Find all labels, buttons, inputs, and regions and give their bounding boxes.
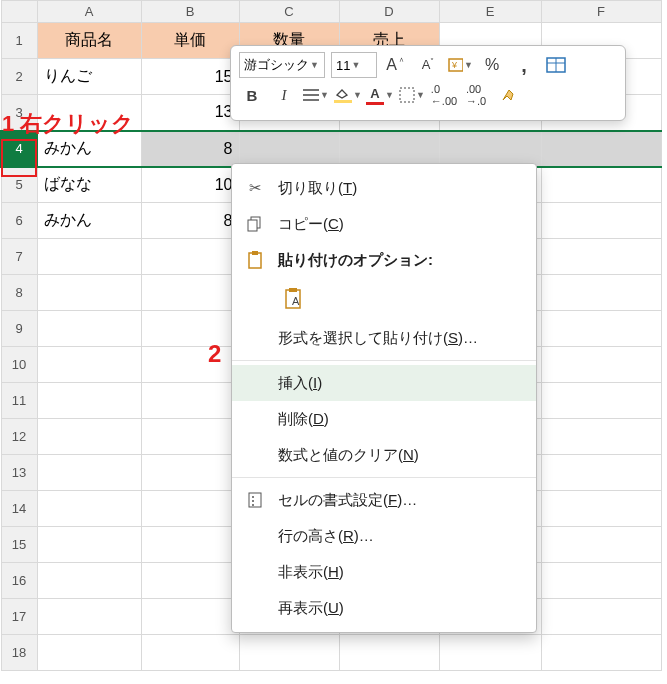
- ctx-separator: [232, 477, 536, 478]
- decrease-font-button[interactable]: A˅: [415, 52, 441, 78]
- row-header-11[interactable]: 11: [1, 383, 37, 419]
- bold-button[interactable]: B: [239, 82, 265, 108]
- row-header-1[interactable]: 1: [1, 23, 37, 59]
- comma-format-button[interactable]: ,: [511, 52, 537, 78]
- svg-rect-12: [252, 251, 258, 255]
- svg-point-17: [252, 496, 254, 498]
- clipboard-icon: [244, 249, 266, 271]
- cell-B2[interactable]: 15: [141, 59, 239, 95]
- row-header-8[interactable]: 8: [1, 275, 37, 311]
- fill-color-button[interactable]: ▼: [335, 82, 361, 108]
- svg-rect-14: [289, 288, 297, 292]
- cell-A3[interactable]: [37, 95, 141, 131]
- svg-rect-16: [249, 493, 261, 507]
- row-header-3[interactable]: 3: [1, 95, 37, 131]
- accounting-format-button[interactable]: ¥▼: [447, 52, 473, 78]
- select-all-corner[interactable]: [1, 1, 37, 23]
- increase-font-button[interactable]: A＾: [383, 52, 409, 78]
- font-size-select[interactable]: 11▼: [331, 52, 377, 78]
- currency-icon: ¥: [447, 56, 463, 74]
- row-header-18[interactable]: 18: [1, 635, 37, 671]
- mini-toolbar: 游ゴシック▼ 11▼ A＾ A˅ ¥▼ % , B I ▼ ▼ A▼ ▼ .0←…: [230, 45, 626, 121]
- ctx-delete[interactable]: 削除(D): [232, 401, 536, 437]
- cell-E4[interactable]: [439, 131, 541, 167]
- font-color-icon: A: [366, 86, 384, 105]
- border-icon: [399, 87, 415, 103]
- column-header-row: A B C D E F: [1, 1, 661, 23]
- row-header-9[interactable]: 9: [1, 311, 37, 347]
- col-header-B[interactable]: B: [141, 1, 239, 23]
- cell-B6[interactable]: 8: [141, 203, 239, 239]
- ctx-paste-special[interactable]: 形式を選択して貼り付け(S)…: [232, 320, 536, 356]
- row-header-13[interactable]: 13: [1, 455, 37, 491]
- cell-D4[interactable]: [339, 131, 439, 167]
- col-header-C[interactable]: C: [239, 1, 339, 23]
- cell-B3[interactable]: 13: [141, 95, 239, 131]
- ctx-copy[interactable]: コピー(C): [232, 206, 536, 242]
- cell-B1[interactable]: 単価: [141, 23, 239, 59]
- row-header-17[interactable]: 17: [1, 599, 37, 635]
- chevron-down-icon: ▼: [310, 60, 319, 70]
- ctx-paste-default[interactable]: A: [278, 282, 312, 316]
- ctx-cut[interactable]: ✂ 切り取り(T): [232, 170, 536, 206]
- scissors-icon: ✂: [244, 177, 266, 199]
- cell-B5[interactable]: 10: [141, 167, 239, 203]
- ctx-paste-options-header: 貼り付けのオプション:: [232, 242, 536, 278]
- row-header-15[interactable]: 15: [1, 527, 37, 563]
- cell-A6[interactable]: みかん: [37, 203, 141, 239]
- row-header-5[interactable]: 5: [1, 167, 37, 203]
- italic-button[interactable]: I: [271, 82, 297, 108]
- col-header-E[interactable]: E: [439, 1, 541, 23]
- ctx-row-height[interactable]: 行の高さ(R)…: [232, 518, 536, 554]
- ctx-separator: [232, 360, 536, 361]
- format-painter-button[interactable]: [495, 82, 521, 108]
- svg-rect-10: [248, 220, 257, 231]
- svg-point-19: [252, 504, 254, 506]
- cell-A2[interactable]: りんご: [37, 59, 141, 95]
- cell-F4[interactable]: [541, 131, 661, 167]
- cell-F5[interactable]: [541, 167, 661, 203]
- row-4-selected[interactable]: 4 みかん 8: [1, 131, 661, 167]
- svg-text:A: A: [292, 295, 300, 307]
- chevron-down-icon: ▼: [351, 60, 360, 70]
- row-header-4[interactable]: 4: [1, 131, 37, 167]
- ctx-unhide[interactable]: 再表示(U): [232, 590, 536, 626]
- copy-icon: [244, 213, 266, 235]
- format-cells-icon: [244, 489, 266, 511]
- row-header-10[interactable]: 10: [1, 347, 37, 383]
- row-header-6[interactable]: 6: [1, 203, 37, 239]
- align-icon: [303, 88, 319, 102]
- col-header-D[interactable]: D: [339, 1, 439, 23]
- ctx-clear[interactable]: 数式と値のクリア(N): [232, 437, 536, 473]
- svg-text:¥: ¥: [451, 60, 458, 70]
- cell-A1[interactable]: 商品名: [37, 23, 141, 59]
- svg-point-18: [252, 500, 254, 502]
- clipboard-paste-icon: A: [284, 287, 306, 311]
- ctx-format-cells[interactable]: セルの書式設定(F)…: [232, 482, 536, 518]
- row-header-14[interactable]: 14: [1, 491, 37, 527]
- ctx-insert[interactable]: 挿入(I): [232, 365, 536, 401]
- row-header-2[interactable]: 2: [1, 59, 37, 95]
- borders-button[interactable]: ▼: [399, 82, 425, 108]
- increase-decimal-button[interactable]: .0←.00: [431, 82, 457, 108]
- cell-B4[interactable]: 8: [141, 131, 239, 167]
- svg-rect-11: [249, 253, 261, 268]
- cell-F6[interactable]: [541, 203, 661, 239]
- font-color-button[interactable]: A▼: [367, 82, 393, 108]
- align-button[interactable]: ▼: [303, 82, 329, 108]
- col-header-A[interactable]: A: [37, 1, 141, 23]
- row-header-12[interactable]: 12: [1, 419, 37, 455]
- col-header-F[interactable]: F: [541, 1, 661, 23]
- decrease-decimal-button[interactable]: .00→.0: [463, 82, 489, 108]
- cell-A4[interactable]: みかん: [37, 131, 141, 167]
- row-header-7[interactable]: 7: [1, 239, 37, 275]
- cell-C4[interactable]: [239, 131, 339, 167]
- paintbrush-icon: [499, 86, 517, 104]
- conditional-format-button[interactable]: [543, 52, 569, 78]
- percent-format-button[interactable]: %: [479, 52, 505, 78]
- ctx-hide[interactable]: 非表示(H): [232, 554, 536, 590]
- context-menu: ✂ 切り取り(T) コピー(C) 貼り付けのオプション: A 形式を選択して貼り…: [231, 163, 537, 633]
- cell-A5[interactable]: ばなな: [37, 167, 141, 203]
- font-family-select[interactable]: 游ゴシック▼: [239, 52, 325, 78]
- row-header-16[interactable]: 16: [1, 563, 37, 599]
